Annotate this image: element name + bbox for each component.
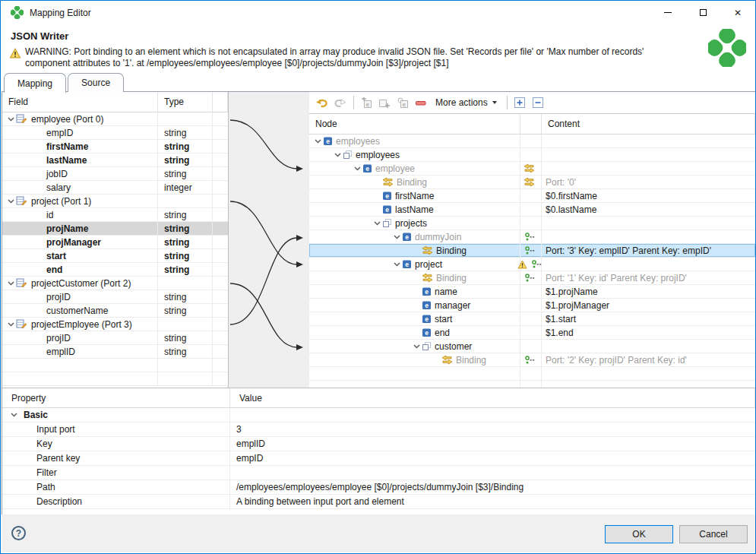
component-title: JSON Writer xyxy=(11,30,68,42)
tree-row-employees[interactable]: eemployees xyxy=(309,135,755,148)
tree-row-manager[interactable]: emanager$1.projManager xyxy=(309,299,755,312)
more-actions-button[interactable]: More actions xyxy=(431,94,501,111)
remove-icon xyxy=(416,100,426,106)
add-wildcard-element-button[interactable]: e xyxy=(394,94,411,111)
field-row[interactable]: jobIDstring xyxy=(2,167,228,181)
tree-row-binding[interactable]: BindingPort: '0' xyxy=(309,176,755,189)
field-row[interactable]: customerNamestring xyxy=(2,304,228,318)
ok-button[interactable]: OK xyxy=(605,525,673,543)
field-row[interactable]: projIDstring xyxy=(2,290,228,304)
field-row[interactable]: idstring xyxy=(2,208,228,222)
redo-button[interactable] xyxy=(331,94,348,111)
tree-row-binding[interactable]: BindingPort: '2' Key: projID' Parent Key… xyxy=(309,353,755,367)
field-row[interactable]: projectEmployee (Port 3) xyxy=(2,318,228,331)
element-icon: e xyxy=(422,286,432,296)
binding-icon xyxy=(422,245,433,255)
expander-chevron[interactable] xyxy=(391,235,402,239)
expander-chevron[interactable] xyxy=(332,153,343,157)
expander-chevron[interactable] xyxy=(411,344,422,349)
property-row[interactable]: Path/employees/employees/employee [$0]/p… xyxy=(2,480,755,495)
binding-icon xyxy=(422,273,433,283)
property-panel-header: Property Value xyxy=(2,388,755,408)
expander-chevron[interactable] xyxy=(352,166,362,171)
field-row[interactable]: projectCustomer (Port 2) xyxy=(2,277,228,290)
binding-icon xyxy=(382,177,394,187)
tree-row-dummyjoin[interactable]: edummyJoin xyxy=(309,230,755,244)
minimize-icon xyxy=(664,12,672,13)
tree-row-binding[interactable]: BindingPort: '3' Key: emplID' Parent Key… xyxy=(309,244,755,258)
element-icon: e xyxy=(382,204,392,214)
tab-source[interactable]: Source xyxy=(68,73,124,92)
field-row[interactable]: employee (Port 0) xyxy=(2,112,228,126)
close-button[interactable]: ✕ xyxy=(720,1,755,24)
field-type: integer xyxy=(158,181,213,194)
tree-row-customer[interactable]: customer xyxy=(309,340,755,353)
expander-chevron[interactable] xyxy=(5,281,16,286)
expander-chevron[interactable] xyxy=(5,322,16,327)
field-row[interactable]: emplIDstring xyxy=(2,345,228,359)
tree-row-project[interactable]: eproject xyxy=(309,258,755,271)
add-child-element-button[interactable]: e xyxy=(358,94,375,111)
expander-chevron[interactable] xyxy=(8,413,19,417)
tree-row-start[interactable]: estart$1.start xyxy=(309,312,755,326)
field-row[interactable]: lastNamestring xyxy=(2,154,228,167)
field-row[interactable]: projNamestring xyxy=(2,222,228,236)
property-row[interactable]: Filter xyxy=(2,466,755,480)
empty-row xyxy=(2,359,228,372)
field-row[interactable]: firstNamestring xyxy=(2,140,228,154)
tree-row-end[interactable]: eend$1.end xyxy=(309,326,755,340)
help-icon: ? xyxy=(16,528,21,539)
node-status-cell xyxy=(520,299,542,312)
field-type: string xyxy=(158,290,213,303)
node-label: lastName xyxy=(395,204,434,215)
field-row[interactable]: startstring xyxy=(2,249,228,263)
expand-all-button[interactable] xyxy=(511,94,528,111)
field-label: projectCustomer (Port 2) xyxy=(31,278,131,289)
field-row[interactable]: empIDstring xyxy=(2,126,228,140)
node-status-cell xyxy=(520,217,542,230)
collapse-all-button[interactable] xyxy=(530,94,546,111)
expander-chevron[interactable] xyxy=(5,199,16,204)
node-status-cell xyxy=(520,271,542,284)
connector-port2-customer xyxy=(230,283,297,347)
field-row[interactable]: endstring xyxy=(2,263,228,277)
tab-mapping[interactable]: Mapping xyxy=(4,73,66,93)
property-row[interactable]: Input port3 xyxy=(2,423,755,437)
help-button[interactable]: ? xyxy=(11,526,26,540)
field-row[interactable]: project (Port 1) xyxy=(2,195,228,208)
property-value: /employees/employees/employee [$0]/proje… xyxy=(230,480,755,494)
empty-row xyxy=(309,367,755,381)
column-header-value: Value xyxy=(230,388,755,407)
property-row[interactable]: KeyemplID xyxy=(2,437,755,451)
collapse-all-icon xyxy=(533,97,543,108)
tree-row-employee[interactable]: eemployee xyxy=(309,162,755,176)
field-row[interactable]: projManagerstring xyxy=(2,236,228,249)
expander-chevron[interactable] xyxy=(372,221,382,226)
property-row[interactable]: Parent keyempID xyxy=(2,451,755,466)
expander-chevron[interactable] xyxy=(391,262,402,267)
tree-row-employees[interactable]: employees xyxy=(309,148,755,162)
tree-row-name[interactable]: ename$1.projName xyxy=(309,285,755,299)
tree-row-firstname[interactable]: efirstName$0.firstName xyxy=(309,189,755,203)
field-type: string xyxy=(158,263,213,276)
expander-chevron[interactable] xyxy=(312,139,323,144)
cancel-button[interactable]: Cancel xyxy=(679,525,748,543)
tree-row-projects[interactable]: projects xyxy=(309,217,755,230)
tree-row-binding[interactable]: BindingPort: '1' Key: id' Parent Key: pr… xyxy=(309,271,755,285)
minimize-button[interactable] xyxy=(650,1,685,24)
binding-icon xyxy=(441,355,453,365)
node-status-cell xyxy=(520,162,542,175)
field-row[interactable]: projIDstring xyxy=(2,331,228,345)
tree-row-lastname[interactable]: elastName$0.lastName xyxy=(309,203,755,217)
add-element-button[interactable] xyxy=(376,94,393,111)
property-row[interactable]: Basic xyxy=(2,408,755,423)
binding-icon xyxy=(524,177,535,187)
property-label: Path xyxy=(36,482,55,492)
remove-button[interactable] xyxy=(413,94,429,111)
add-wildcard-element-icon: e xyxy=(397,97,409,109)
expander-chevron[interactable] xyxy=(5,117,16,122)
undo-button[interactable] xyxy=(313,94,330,111)
maximize-button[interactable] xyxy=(685,1,720,24)
field-row[interactable]: salaryinteger xyxy=(2,181,228,195)
property-row[interactable]: DescriptionA binding between input port … xyxy=(2,495,755,509)
